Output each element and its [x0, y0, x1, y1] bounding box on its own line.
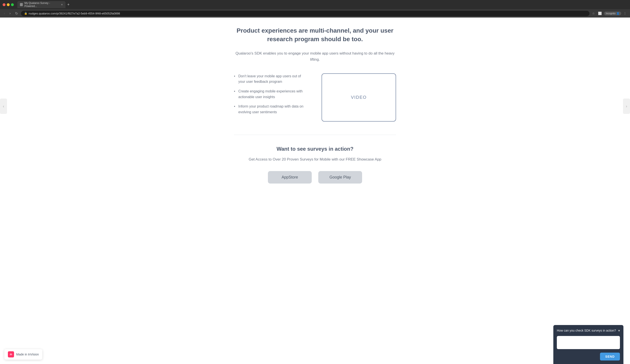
video-placeholder[interactable]: VIDEO: [322, 73, 396, 122]
cta-subtext: Get Access to Over 20 Proven Surveys for…: [234, 156, 396, 162]
left-arrow[interactable]: ‹: [0, 98, 7, 114]
tab-bar: My Qualaroo Survey - Powered... ✕ +: [17, 0, 627, 9]
url-text: nudges.qualaroo.com/p/39241/f927e7a2-5eb…: [29, 12, 120, 15]
page-wrapper: ‹ › Product experiences are multi-channe…: [0, 18, 630, 197]
main-heading: Product experiences are multi-channel, a…: [234, 26, 396, 43]
section-divider: [234, 135, 396, 135]
traffic-lights: [3, 3, 14, 6]
incognito-badge: Incognito 👤: [604, 12, 621, 15]
minimize-button[interactable]: [7, 3, 10, 6]
list-item: Create engaging mobile experiences with …: [234, 88, 308, 100]
reload-button[interactable]: ↻: [14, 10, 19, 16]
right-arrow[interactable]: ›: [623, 98, 630, 114]
back-button[interactable]: ‹: [3, 10, 6, 16]
close-button[interactable]: [3, 3, 6, 6]
content-section: Don't leave your mobile app users out of…: [234, 73, 396, 122]
bullet-list: Don't leave your mobile app users out of…: [234, 73, 308, 119]
bookmark-icon[interactable]: ☆: [591, 11, 596, 16]
page-content: Product experiences are multi-channel, a…: [230, 18, 400, 197]
incognito-label: Incognito: [606, 12, 616, 15]
browser-tab[interactable]: My Qualaroo Survey - Powered... ✕: [17, 1, 66, 8]
list-item: Inform your product roadmap with data on…: [234, 104, 308, 115]
google-play-button[interactable]: Google Play: [318, 171, 362, 184]
cta-section: Want to see surveys in action? Get Acces…: [234, 146, 396, 184]
cta-heading: Want to see surveys in action?: [234, 146, 396, 152]
tab-title: My Qualaroo Survey - Powered...: [24, 2, 59, 8]
toolbar-right: ☆ ⬜ Incognito 👤 ⋮: [591, 11, 627, 16]
incognito-icon: 👤: [616, 12, 620, 15]
tab-close-icon[interactable]: ✕: [61, 3, 63, 6]
lock-icon: 🔒: [24, 12, 28, 15]
subtitle: Qualaroo's SDK enables you to engage you…: [234, 50, 396, 62]
menu-icon[interactable]: ⋮: [622, 11, 627, 16]
tab-favicon: [20, 3, 23, 6]
browser-toolbar: ‹ › ↻ 🔒 nudges.qualaroo.com/p/39241/f927…: [0, 9, 630, 18]
app-buttons: AppStore Google Play: [234, 171, 396, 184]
cast-icon[interactable]: ⬜: [597, 11, 602, 16]
forward-button[interactable]: ›: [8, 10, 12, 16]
browser-chrome: My Qualaroo Survey - Powered... ✕ +: [0, 0, 630, 9]
maximize-button[interactable]: [11, 3, 14, 6]
address-bar[interactable]: 🔒 nudges.qualaroo.com/p/39241/f927e7a2-5…: [21, 11, 590, 16]
appstore-button[interactable]: AppStore: [268, 171, 312, 184]
new-tab-button[interactable]: +: [66, 3, 72, 6]
video-label: VIDEO: [351, 95, 367, 100]
list-item: Don't leave your mobile app users out of…: [234, 73, 308, 84]
